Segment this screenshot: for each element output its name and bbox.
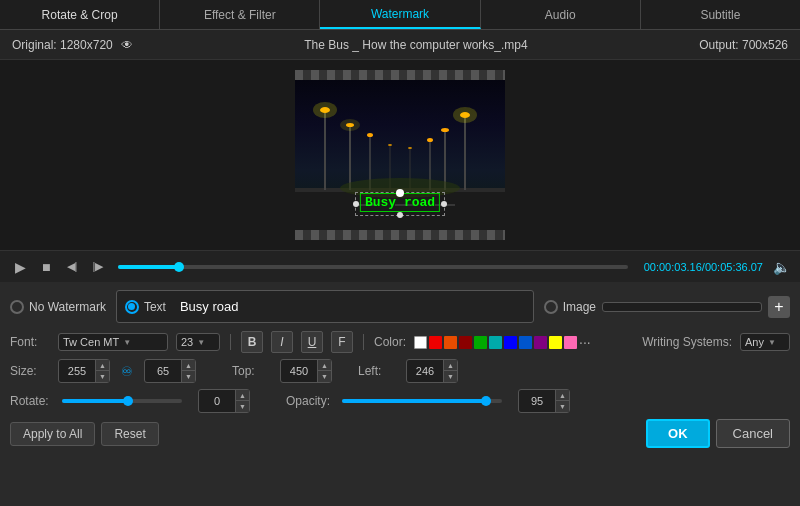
watermark-type-row: No Watermark Text Image +: [10, 290, 790, 323]
add-image-button[interactable]: +: [768, 296, 790, 318]
left-spinner[interactable]: ▲ ▼: [406, 359, 458, 383]
height-down[interactable]: ▼: [181, 371, 195, 382]
rotate-up[interactable]: ▲: [235, 390, 249, 401]
width-up[interactable]: ▲: [95, 360, 109, 371]
timeline-strip-top: [295, 70, 505, 80]
opacity-value[interactable]: [519, 393, 555, 409]
color-blue2[interactable]: [519, 336, 532, 349]
rotate-down[interactable]: ▼: [235, 401, 249, 412]
height-value[interactable]: [145, 363, 181, 379]
cancel-button[interactable]: Cancel: [716, 419, 790, 448]
image-watermark-radio[interactable]: [544, 300, 558, 314]
tab-subtitle[interactable]: Subtitle: [641, 0, 800, 29]
more-colors-button[interactable]: ···: [579, 334, 591, 350]
top-up[interactable]: ▲: [317, 360, 331, 371]
color-pink[interactable]: [564, 336, 577, 349]
tab-bar: Rotate & Crop Effect & Filter Watermark …: [0, 0, 800, 30]
top-down[interactable]: ▼: [317, 371, 331, 382]
tab-watermark[interactable]: Watermark: [320, 0, 480, 29]
play-button[interactable]: ▶: [10, 257, 30, 277]
no-watermark-radio[interactable]: [10, 300, 24, 314]
text-watermark-radio[interactable]: [125, 300, 139, 314]
color-swatches: ···: [414, 334, 591, 350]
font-family-select[interactable]: Tw Cen MT ▼: [58, 333, 168, 351]
eye-icon[interactable]: 👁: [121, 38, 133, 52]
color-label: Color:: [374, 335, 406, 349]
left-up[interactable]: ▲: [443, 360, 457, 371]
opacity-up[interactable]: ▲: [555, 390, 569, 401]
color-yellow[interactable]: [549, 336, 562, 349]
output-resolution: Output: 700x526: [699, 38, 788, 52]
writing-systems-select[interactable]: Any ▼: [740, 333, 790, 351]
no-watermark-option[interactable]: No Watermark: [10, 300, 106, 314]
top-value[interactable]: [281, 363, 317, 379]
color-white[interactable]: [414, 336, 427, 349]
playback-slider[interactable]: [118, 265, 628, 269]
writing-systems-label: Writing Systems:: [642, 335, 732, 349]
top-spinner[interactable]: ▲ ▼: [280, 359, 332, 383]
rotate-value[interactable]: [199, 393, 235, 409]
strikethrough-button[interactable]: F: [331, 331, 353, 353]
text-watermark-label: Text: [144, 300, 166, 314]
controls-area: No Watermark Text Image + Font: Tw Cen M…: [0, 282, 800, 456]
svg-point-7: [313, 102, 337, 118]
font-size-select[interactable]: 23 ▼: [176, 333, 220, 351]
bottom-right-buttons: OK Cancel: [646, 419, 790, 448]
next-frame-button[interactable]: |▶: [88, 257, 108, 277]
image-watermark-option[interactable]: Image: [544, 300, 596, 314]
width-spinner[interactable]: ▲ ▼: [58, 359, 110, 383]
color-purple[interactable]: [534, 336, 547, 349]
opacity-down[interactable]: ▼: [555, 401, 569, 412]
link-icon[interactable]: ♾: [121, 364, 133, 379]
image-path-input[interactable]: [602, 302, 762, 312]
color-red[interactable]: [429, 336, 442, 349]
selection-box: [355, 192, 445, 216]
tab-effect-filter[interactable]: Effect & Filter: [160, 0, 320, 29]
bottom-row: Apply to All Reset OK Cancel: [10, 419, 790, 448]
stop-button[interactable]: ⏹: [36, 257, 56, 277]
prev-frame-button[interactable]: ◀|: [62, 257, 82, 277]
bold-button[interactable]: B: [241, 331, 263, 353]
opacity-slider[interactable]: [342, 399, 502, 403]
text-watermark-option[interactable]: Text: [125, 300, 166, 314]
playback-time: 00:00:03.16/00:05:36.07: [644, 261, 763, 273]
opacity-label: Opacity:: [286, 394, 330, 408]
height-up[interactable]: ▲: [181, 360, 195, 371]
rotate-slider[interactable]: [62, 399, 182, 403]
volume-icon[interactable]: 🔈: [773, 259, 790, 275]
no-watermark-label: No Watermark: [29, 300, 106, 314]
underline-button[interactable]: U: [301, 331, 323, 353]
video-area: Busy road: [0, 60, 800, 250]
font-dropdown-arrow: ▼: [123, 338, 131, 347]
opacity-spinner[interactable]: ▲ ▼: [518, 389, 570, 413]
svg-point-17: [441, 128, 449, 132]
font-row: Font: Tw Cen MT ▼ 23 ▼ B I U F Color:: [10, 331, 790, 353]
rotate-spinner[interactable]: ▲ ▼: [198, 389, 250, 413]
svg-point-21: [388, 144, 392, 146]
color-green[interactable]: [474, 336, 487, 349]
left-value[interactable]: [407, 363, 443, 379]
apply-to-all-button[interactable]: Apply to All: [10, 422, 95, 446]
font-label: Font:: [10, 335, 50, 349]
reset-button[interactable]: Reset: [101, 422, 158, 446]
tab-rotate-crop[interactable]: Rotate & Crop: [0, 0, 160, 29]
info-bar: Original: 1280x720 👁 The Bus _ How the c…: [0, 30, 800, 60]
color-dark-red[interactable]: [459, 336, 472, 349]
original-resolution: Original: 1280x720: [12, 38, 113, 52]
top-label: Top:: [232, 364, 272, 378]
color-cyan[interactable]: [489, 336, 502, 349]
left-down[interactable]: ▼: [443, 371, 457, 382]
left-label: Left:: [358, 364, 398, 378]
watermark-text-input[interactable]: [172, 295, 525, 318]
ok-button[interactable]: OK: [646, 419, 710, 448]
size-row: Size: ▲ ▼ ♾ ▲ ▼ Top: ▲ ▼ Left:: [10, 359, 790, 383]
color-orange-red[interactable]: [444, 336, 457, 349]
width-value[interactable]: [59, 363, 95, 379]
size-label: Size:: [10, 364, 50, 378]
width-down[interactable]: ▼: [95, 371, 109, 382]
color-blue[interactable]: [504, 336, 517, 349]
italic-button[interactable]: I: [271, 331, 293, 353]
tab-audio[interactable]: Audio: [481, 0, 641, 29]
size-dropdown-arrow: ▼: [197, 338, 205, 347]
height-spinner[interactable]: ▲ ▼: [144, 359, 196, 383]
